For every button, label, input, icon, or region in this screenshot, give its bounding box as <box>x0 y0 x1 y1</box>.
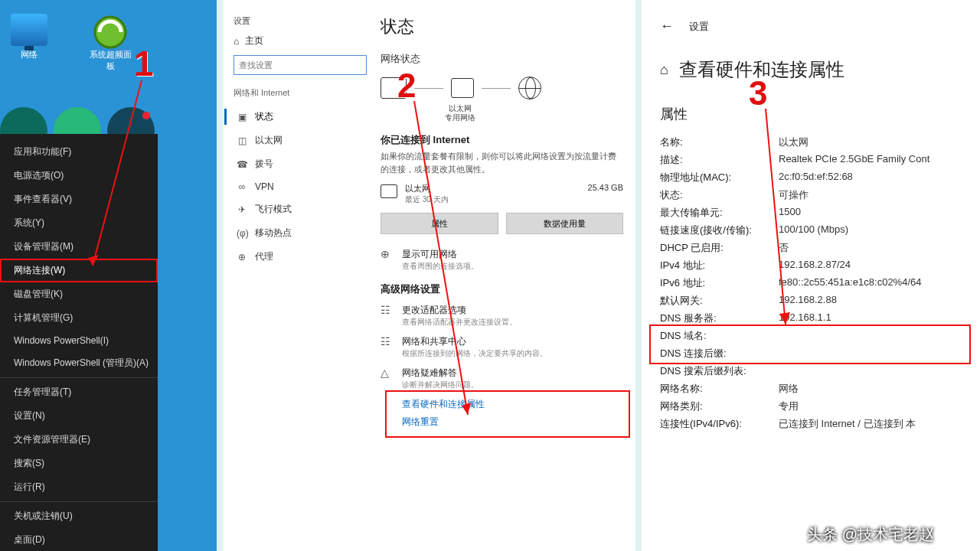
adapter-options-link[interactable]: ☷ 更改适配器选项 查看网络适配器并更改连接设置。 <box>381 304 623 328</box>
home-icon[interactable]: ⌂ <box>660 62 668 78</box>
winx-menu: 应用和功能(F)电源选项(O)事件查看器(V)系统(Y)设备管理器(M)网络连接… <box>0 134 158 551</box>
ethernet-sub: 最近 30 天内 <box>405 194 580 205</box>
properties-button[interactable]: 属性 <box>381 213 498 234</box>
annotation-step-2: 2 <box>397 69 416 103</box>
sharing-center-link[interactable]: ☷ 网络和共享中心 根据所连接到的网络，决定要共享的内容。 <box>381 335 623 359</box>
property-value: 192.168.1.1 <box>779 311 980 325</box>
desktop-icon-shortcut[interactable]: 系统超频面板 <box>89 14 132 72</box>
adapter-icon: ☷ <box>381 304 394 316</box>
link-sub: 查看网络适配器并更改连接设置。 <box>402 317 517 328</box>
desktop-icon-network[interactable]: 网络 <box>8 14 51 72</box>
desktop-icon-label: 网络 <box>21 50 38 59</box>
property-row: DNS 服务器:192.168.1.1 <box>660 311 980 325</box>
winx-item[interactable]: 运行(R) <box>0 475 158 499</box>
property-row: 网络名称:网络 <box>660 382 980 396</box>
winx-item[interactable]: 搜索(S) <box>0 452 158 475</box>
property-value <box>779 329 980 343</box>
winx-item[interactable]: 设备管理器(M) <box>0 235 158 259</box>
winx-item[interactable]: 事件查看器(V) <box>0 187 158 211</box>
property-key: DNS 服务器: <box>660 311 779 325</box>
link-sub: 诊断并解决网络问题。 <box>402 380 479 390</box>
property-key: 网络类别: <box>660 399 779 413</box>
search-input[interactable] <box>234 55 367 75</box>
desktop-icons: 网络 系统超频面板 <box>8 14 132 72</box>
connector-line <box>482 88 511 89</box>
sidebar-item[interactable]: ✈飞行模式 <box>234 197 367 221</box>
property-key: 默认网关: <box>660 294 779 308</box>
link-title: 网络和共享中心 <box>402 335 547 348</box>
panel-1-desktop: 网络 系统超频面板 应用和功能(F)电源选项(O)事件查看器(V)系统(Y)设备… <box>0 0 217 551</box>
diagram-caption: 以太网 专用网络 <box>445 104 475 122</box>
network-diagram <box>381 77 623 99</box>
sidebar-item-label: 移动热点 <box>255 227 292 240</box>
property-value: 网络 <box>779 382 980 396</box>
data-usage-button[interactable]: 数据使用量 <box>506 213 624 234</box>
ie-green-icon <box>92 14 129 46</box>
property-row: 名称:以太网 <box>660 135 980 149</box>
property-row: 默认网关:192.168.2.88 <box>660 294 980 308</box>
property-value: 2c:f0:5d:ef:52:68 <box>779 171 980 184</box>
monitor-icon <box>11 14 47 46</box>
back-button[interactable]: ← <box>660 18 674 34</box>
property-value: 100/100 (Mbps) <box>779 223 980 237</box>
link-sub: 根据所连接到的网络，决定要共享的内容。 <box>402 348 547 359</box>
troubleshoot-link[interactable]: △ 网络疑难解答 诊断并解决网络问题。 <box>381 367 623 390</box>
link-title: 更改适配器选项 <box>402 304 517 317</box>
property-value: 已连接到 Internet / 已连接到 本 <box>779 417 980 431</box>
sidebar-item-label: 状态 <box>255 110 273 123</box>
property-value: 192.168.2.88 <box>779 294 980 308</box>
sidebar-item[interactable]: ▣状态 <box>234 105 367 129</box>
network-reset-link[interactable]: 网络重置 <box>402 416 623 429</box>
property-key: 连接性(IPv4/IPv6): <box>660 417 779 431</box>
winx-item[interactable]: 计算机管理(G) <box>0 306 158 330</box>
properties-list: 名称:以太网描述:Realtek PCIe 2.5GbE Family Cont… <box>660 135 980 431</box>
winx-item[interactable]: 桌面(D) <box>0 528 158 551</box>
sidebar-item[interactable]: ⊕代理 <box>234 245 367 269</box>
property-value: Realtek PCIe 2.5GbE Family Cont <box>779 153 980 167</box>
property-value: 可操作 <box>779 188 980 202</box>
sidebar-item[interactable]: ∞VPN <box>234 176 367 197</box>
property-key: IPv6 地址: <box>660 276 779 290</box>
separator <box>0 377 158 378</box>
link-title: 显示可用网络 <box>402 248 479 261</box>
property-row: DNS 域名: <box>660 329 980 343</box>
property-row: 最大传输单元:1500 <box>660 206 980 220</box>
winx-item[interactable]: 任务管理器(T) <box>0 380 158 404</box>
panel-3-hw-props: ← 设置 ⌂ 查看硬件和连接属性 属性 名称:以太网描述:Realtek PCI… <box>642 0 980 551</box>
property-key: 状态: <box>660 188 779 202</box>
winx-item[interactable]: Windows PowerShell(I) <box>0 330 158 351</box>
winx-item[interactable]: 应用和功能(F) <box>0 140 158 164</box>
winx-item[interactable]: 磁盘管理(K) <box>0 282 158 306</box>
sidebar-item-label: 主页 <box>245 34 263 47</box>
property-key: DHCP 已启用: <box>660 241 779 255</box>
winx-item[interactable]: 系统(Y) <box>0 211 158 235</box>
winx-item[interactable]: 关机或注销(U) <box>0 504 158 528</box>
nav-icon: (φ) <box>237 228 247 239</box>
property-key: 网络名称: <box>660 382 779 396</box>
sidebar-group-label: 网络和 Internet <box>234 87 367 99</box>
home-icon: ⌂ <box>234 36 239 47</box>
sidebar-item[interactable]: ◫以太网 <box>234 129 367 152</box>
link-title: 网络疑难解答 <box>402 367 479 380</box>
hw-props-link[interactable]: 查看硬件和连接属性 <box>402 398 623 411</box>
property-row: 连接性(IPv4/IPv6):已连接到 Internet / 已连接到 本 <box>660 417 980 431</box>
property-value: fe80::2c55:451a:e1c8:c02%4/64 <box>779 276 980 290</box>
show-networks-link[interactable]: ⊕ 显示可用网络 查看周围的连接选项。 <box>381 248 623 272</box>
property-row: IPv6 地址:fe80::2c55:451a:e1c8:c02%4/64 <box>660 276 980 290</box>
header: ← 设置 <box>660 18 980 34</box>
header-title: 设置 <box>689 20 709 34</box>
connector-line <box>414 88 443 89</box>
winx-item[interactable]: 网络连接(W) <box>0 259 158 282</box>
winx-item[interactable]: 电源选项(O) <box>0 164 158 187</box>
desktop-icon-label: 系统超频面板 <box>90 50 132 70</box>
property-key: 链接速度(接收/传输): <box>660 223 779 237</box>
winx-item[interactable]: Windows PowerShell (管理员)(A) <box>0 351 158 375</box>
sidebar-item-home[interactable]: ⌂ 主页 <box>234 34 367 47</box>
connected-heading: 你已连接到 Internet <box>381 133 623 147</box>
page-title: 状态 <box>381 15 623 38</box>
winx-item[interactable]: 文件资源管理器(E) <box>0 428 158 452</box>
winx-item[interactable]: 设置(N) <box>0 404 158 428</box>
property-row: DNS 搜索后缀列表: <box>660 364 980 378</box>
sidebar-item[interactable]: ☎拨号 <box>234 152 367 176</box>
sidebar-item[interactable]: (φ)移动热点 <box>234 221 367 245</box>
